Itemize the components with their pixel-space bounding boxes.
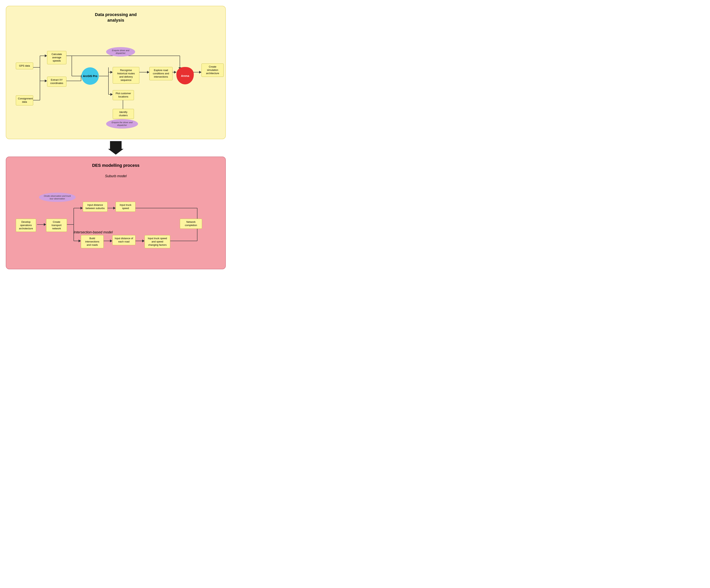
extract-xy-node: Extract XY coordinates: [47, 77, 66, 87]
intersection-model-label: Intersection-based model: [74, 230, 113, 234]
input-distance-road-node: Input distance of each road: [112, 235, 136, 245]
input-truck-speed-factors-node: Input truck speed and speed changing fac…: [145, 235, 170, 249]
calc-avg-speeds-node: Calculate average speeds: [47, 51, 66, 64]
arcgis-pro-node: ArcGIS Pro: [81, 67, 99, 85]
arena-node: Arena: [176, 67, 194, 84]
svg-marker-17: [111, 71, 113, 74]
top-panel: Data processing andanalysis: [6, 6, 226, 139]
network-completion-node: Network completion: [180, 219, 202, 229]
develop-ops-node: Develop operations archotecture: [16, 219, 36, 232]
svg-marker-25: [199, 71, 202, 74]
svg-marker-23: [174, 71, 176, 74]
build-intersections-node: Build intersections and roads: [81, 235, 104, 249]
gps-data-node: GPS data: [16, 63, 33, 69]
enquire-dispatcher-node: Enquire the driver and dispatcher: [106, 119, 138, 128]
svg-marker-3: [45, 54, 47, 57]
bottom-panel: DES modelling process Suburb model: [6, 157, 226, 269]
svg-marker-48: [142, 240, 145, 242]
explore-road-node: Explore road conditions and intersection…: [149, 67, 172, 80]
onsite-obs-node: Onsite observation and truck tour observ…: [39, 193, 76, 202]
create-transport-node: Create transport network: [46, 219, 67, 232]
consignment-data-node: Consignment data: [16, 95, 33, 105]
svg-marker-33: [44, 223, 46, 226]
big-down-arrow: [108, 139, 123, 157]
svg-marker-19: [111, 93, 113, 96]
enquire-driver-1-node: Enquire driver and dispatcher: [106, 47, 135, 56]
recognise-historical-node: Recognise historical routes and delivery…: [113, 67, 139, 84]
input-distance-suburbs-node: Input distance between suburbs: [83, 202, 108, 212]
svg-marker-31: [108, 141, 123, 155]
svg-marker-21: [147, 71, 149, 74]
main-container: Data processing andanalysis: [6, 6, 226, 269]
svg-marker-46: [110, 240, 112, 242]
bottom-panel-title: DES modelling process: [12, 163, 220, 168]
down-arrow-svg: [108, 141, 123, 155]
identify-clusters-node: Identify clusters: [113, 109, 134, 119]
bottom-diagram-area: Onsite observation and truck tour observ…: [12, 180, 220, 261]
svg-marker-39: [78, 240, 81, 242]
svg-marker-41: [113, 207, 116, 209]
svg-marker-37: [80, 207, 83, 209]
create-simulation-node: Create simulation architecture: [202, 64, 224, 77]
top-diagram-area: GPS data Consignment data Calculate aver…: [12, 29, 220, 129]
svg-marker-5: [45, 79, 47, 82]
plot-customer-node: Plot customer locations: [113, 90, 134, 100]
suburb-model-label: Suburb model: [12, 174, 220, 178]
top-panel-title: Data processing andanalysis: [12, 12, 220, 23]
input-truck-speed-node: Input truck speed: [116, 202, 136, 212]
